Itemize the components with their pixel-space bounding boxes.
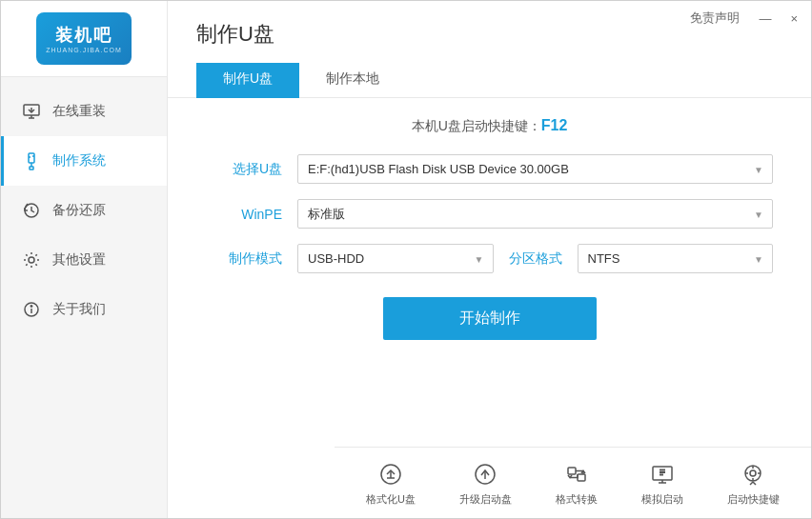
usb-icon — [20, 150, 43, 172]
winpe-select[interactable]: 标准版 — [297, 199, 773, 229]
logo-area: 装机吧 ZHUANG.JIBA.COM — [1, 1, 167, 77]
sidebar-nav: 在线重装 制作系统 — [1, 77, 167, 334]
start-button[interactable]: 开始制作 — [383, 297, 597, 340]
main-content: 制作U盘 制作U盘 制作本地 本机U盘启动快捷键：F12 选择U盘 E:F:(h… — [168, 1, 811, 518]
svg-point-13 — [30, 306, 31, 307]
svg-line-31 — [753, 482, 756, 485]
logo-text-cn: 装机吧 — [55, 24, 112, 47]
partition-format-wrapper: NTFS ▼ — [578, 244, 774, 273]
sidebar-item-other-settings[interactable]: 其他设置 — [1, 235, 167, 285]
tab-make-local[interactable]: 制作本地 — [299, 63, 406, 98]
monitor-icon — [20, 100, 43, 123]
titlebar-actions: 免责声明 — × — [686, 8, 802, 29]
winpe-label: WinPE — [206, 207, 282, 222]
tab-make-usb[interactable]: 制作U盘 — [196, 63, 299, 98]
svg-rect-20 — [578, 474, 585, 481]
form-content: 本机U盘启动快捷键：F12 选择U盘 E:F:(hd1)USB Flash Di… — [168, 98, 811, 378]
sidebar-item-online-reinstall[interactable]: 在线重装 — [1, 87, 167, 136]
format-usb-icon — [376, 460, 405, 489]
tool-format-convert-label: 格式转换 — [556, 492, 598, 507]
minimize-button[interactable]: — — [755, 10, 775, 28]
tabs: 制作U盘 制作本地 — [196, 63, 782, 97]
sidebar-label-online-reinstall: 在线重装 — [52, 103, 106, 120]
partition-format-label: 分区格式 — [509, 250, 562, 268]
bottom-toolbar: 格式化U盘 升级启动盘 — [335, 447, 811, 518]
svg-point-10 — [29, 257, 34, 263]
tool-boot-shortcut[interactable]: 启动快捷键 — [727, 460, 780, 507]
svg-line-30 — [750, 482, 753, 485]
svg-point-25 — [750, 470, 756, 476]
shortcut-hint-prefix: 本机U盘启动快捷键： — [412, 118, 541, 133]
tool-format-convert[interactable]: 格式转换 — [556, 460, 598, 507]
tool-simulate-boot-label: 模拟启动 — [641, 492, 683, 507]
sidebar-label-backup-restore: 备份还原 — [52, 202, 106, 219]
make-mode-label: 制作模式 — [206, 250, 282, 268]
logo: 装机吧 ZHUANG.JIBA.COM — [36, 12, 132, 65]
backup-icon — [20, 199, 43, 222]
upgrade-boot-icon — [471, 460, 499, 489]
close-button[interactable]: × — [786, 10, 802, 28]
sidebar: 装机吧 ZHUANG.JIBA.COM 在线重装 — [1, 1, 168, 519]
tool-format-usb[interactable]: 格式化U盘 — [366, 460, 416, 507]
sidebar-label-about-us: 关于我们 — [52, 301, 106, 318]
svg-rect-19 — [568, 468, 576, 474]
format-convert-icon — [562, 460, 591, 489]
form-row-usb: 选择U盘 E:F:(hd1)USB Flash Disk USB Device … — [206, 154, 773, 184]
logo-text-en: ZHUANG.JIBA.COM — [46, 47, 122, 53]
shortcut-hint: 本机U盘启动快捷键：F12 — [206, 117, 773, 135]
sidebar-item-about-us[interactable]: 关于我们 — [1, 285, 167, 334]
tool-upgrade-boot[interactable]: 升级启动盘 — [459, 460, 512, 507]
select-usb-label: 选择U盘 — [206, 161, 282, 178]
tool-format-usb-label: 格式化U盘 — [366, 492, 416, 507]
form-row-mode: 制作模式 USB-HDD ▼ 分区格式 NTFS ▼ — [206, 244, 773, 273]
disclaimer-link[interactable]: 免责声明 — [686, 8, 743, 29]
info-icon — [20, 298, 43, 321]
titlebar: 免责声明 — × — [686, 1, 811, 35]
partition-format-select[interactable]: NTFS — [578, 244, 774, 273]
sidebar-item-make-system[interactable]: 制作系统 — [1, 136, 167, 186]
simulate-boot-icon — [648, 460, 677, 489]
form-row-winpe: WinPE 标准版 ▼ — [206, 199, 773, 229]
usb-select-wrapper: E:F:(hd1)USB Flash Disk USB Device 30.00… — [297, 154, 773, 184]
winpe-select-wrapper: 标准版 ▼ — [297, 199, 773, 229]
tool-boot-shortcut-label: 启动快捷键 — [727, 492, 780, 507]
boot-shortcut-icon — [739, 460, 767, 489]
start-btn-row: 开始制作 — [206, 297, 773, 340]
make-mode-select[interactable]: USB-HDD — [297, 244, 494, 273]
tool-upgrade-boot-label: 升级启动盘 — [459, 492, 512, 507]
make-mode-wrapper: USB-HDD ▼ — [297, 244, 494, 273]
sidebar-label-other-settings: 其他设置 — [52, 251, 106, 269]
settings-icon — [20, 249, 43, 271]
sidebar-item-backup-restore[interactable]: 备份还原 — [1, 186, 167, 235]
shortcut-key: F12 — [541, 117, 568, 133]
sidebar-label-make-system: 制作系统 — [52, 152, 106, 170]
tool-simulate-boot[interactable]: 模拟启动 — [641, 460, 683, 507]
split-group: USB-HDD ▼ 分区格式 NTFS ▼ — [297, 244, 773, 273]
svg-rect-6 — [30, 167, 33, 170]
usb-select[interactable]: E:F:(hd1)USB Flash Disk USB Device 30.00… — [297, 154, 773, 184]
